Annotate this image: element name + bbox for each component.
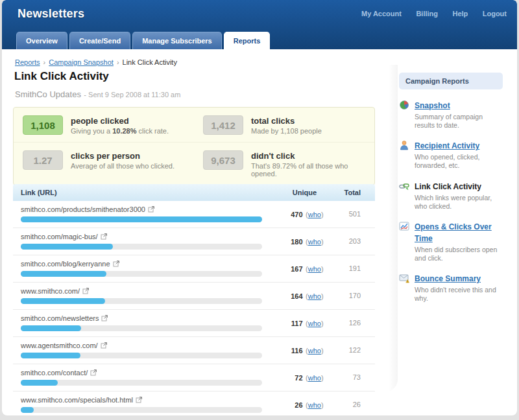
click-bar: [21, 271, 106, 277]
total-count: 501: [324, 210, 367, 218]
external-link-icon[interactable]: [101, 342, 108, 350]
who-link[interactable]: who: [308, 401, 321, 409]
total-count: 122: [324, 346, 367, 354]
person-icon: [399, 140, 409, 150]
who-link[interactable]: who: [308, 211, 321, 218]
nav-billing[interactable]: Billing: [416, 10, 438, 18]
link-url[interactable]: smithco.com/products/smithenator3000: [21, 205, 145, 213]
external-link-icon[interactable]: [101, 314, 108, 323]
click-bar-track: [21, 353, 262, 358]
stat-value-badge: 1,108: [23, 115, 63, 135]
stat-description: Giving you a 10.28% click rate.: [71, 127, 169, 135]
sidebar-item-description: Summary of campaign results to date.: [415, 113, 503, 130]
link-url[interactable]: smithco.com/contact/: [21, 369, 88, 377]
who-link[interactable]: who: [308, 292, 321, 300]
stat-value-badge: 1.27: [23, 150, 63, 170]
table-row: smithco.com/contact/ 72 (who) 73: [13, 364, 375, 391]
stat-label: clicks per person: [71, 150, 175, 161]
tab-create-send[interactable]: Create/Send: [69, 32, 130, 49]
main-tabs: Overview Create/Send Manage Subscribers …: [16, 32, 270, 49]
app-header: Newsletters My Account Billing Help Logo…: [2, 0, 517, 49]
link-url[interactable]: smithco.com/blog/kerryanne: [21, 260, 110, 268]
click-bar: [21, 298, 105, 304]
envelope-warning-icon: [399, 273, 409, 283]
sidebar-link-bounce-summary[interactable]: Bounce Summary: [415, 274, 481, 283]
nav-logout[interactable]: Logout: [483, 10, 507, 18]
breadcrumb-separator: ›: [117, 58, 119, 66]
sidebar-item-recipient-activity: Recipient Activity Who opened, clicked, …: [399, 139, 503, 170]
click-bar: [21, 407, 34, 413]
campaign-name: SmithCo Updates: [15, 89, 81, 99]
stat-label: didn't click: [251, 150, 365, 161]
link-icon: [399, 181, 409, 191]
breadcrumb-separator: ›: [43, 58, 46, 66]
external-link-icon[interactable]: [101, 233, 108, 241]
stat-description: Average of all those who clicked.: [71, 162, 175, 170]
total-count: 203: [324, 237, 367, 245]
sidebar-item-description: Which links were popular, who clicked.: [415, 194, 503, 211]
link-url[interactable]: smithco.com/magic-bus/: [21, 233, 98, 240]
who-link[interactable]: who: [308, 347, 321, 355]
link-url[interactable]: www.smithco.com/: [21, 287, 80, 295]
link-click-table: Link (URL) Unique Total smithco.com/prod…: [13, 184, 375, 415]
external-link-icon[interactable]: [90, 369, 97, 377]
link-url[interactable]: www.smithco.com/specials/hot.html: [21, 396, 133, 404]
sidebar-page-curl-shadow: [385, 65, 398, 392]
unique-count: 470: [291, 211, 302, 218]
column-header-total: Total: [317, 189, 367, 196]
nav-help[interactable]: Help: [452, 10, 468, 18]
total-count: 26: [324, 401, 367, 408]
breadcrumb-reports[interactable]: Reports: [15, 58, 40, 66]
sidebar-link-recipient-activity[interactable]: Recipient Activity: [415, 141, 479, 150]
nav-my-account[interactable]: My Account: [361, 10, 402, 18]
sidebar-item-description: When did subscribers open and click.: [415, 246, 503, 262]
app-title: Newsletters: [18, 7, 84, 21]
table-row: www.smithco.com/specials/hot.html 26 (wh…: [13, 391, 375, 415]
stats-summary-box: 1,108 people clicked Giving you a 10.28%…: [13, 107, 375, 185]
stat-value-badge: 9,673: [203, 150, 243, 170]
sidebar-link-link-click-activity: Link Click Activity: [415, 182, 481, 191]
breadcrumb-campaign-snapshot[interactable]: Campaign Snapshot: [49, 58, 114, 66]
who-wrap: (who): [306, 374, 324, 382]
who-wrap: (who): [306, 401, 324, 409]
click-bar: [21, 244, 113, 250]
unique-count: 117: [291, 320, 303, 327]
page-title: Link Click Activity: [14, 70, 109, 83]
table-row: www.smithco.com/ 164 (who) 170: [13, 283, 375, 310]
unique-count: 180: [291, 238, 302, 246]
external-link-icon[interactable]: [136, 396, 143, 404]
sidebar-item-link-click-activity: Link Click Activity Which links were pop…: [399, 180, 503, 211]
line-chart-icon: [399, 221, 409, 231]
who-link[interactable]: who: [308, 320, 321, 327]
external-link-icon[interactable]: [82, 287, 90, 296]
external-link-icon[interactable]: [148, 205, 155, 214]
click-bar-track: [21, 325, 262, 331]
click-bar-track: [21, 216, 262, 222]
external-link-icon[interactable]: [113, 260, 120, 268]
column-header-unique: Unique: [244, 189, 317, 196]
tab-overview[interactable]: Overview: [16, 32, 67, 49]
total-count: 126: [324, 319, 367, 327]
link-url[interactable]: smithco.com/newsletters: [21, 314, 99, 322]
breadcrumb-current: Link Click Activity: [123, 58, 177, 66]
table-row: smithco.com/blog/kerryanne 167 (who) 191: [13, 255, 375, 283]
sidebar-link-snapshot[interactable]: Snapshot: [415, 101, 450, 110]
tab-manage-subscribers[interactable]: Manage Subscribers: [132, 32, 222, 49]
click-bar-track: [21, 407, 262, 413]
table-row: smithco.com/products/smithenator3000 470…: [13, 201, 375, 228]
who-link[interactable]: who: [308, 238, 321, 246]
table-header-row: Link (URL) Unique Total: [13, 184, 375, 201]
total-count: 170: [324, 292, 367, 299]
link-url[interactable]: www.agentsmithco.com/: [21, 342, 98, 349]
sidebar-link-opens-clicks-over-time[interactable]: Opens & Clicks Over Time: [415, 222, 492, 243]
click-bar: [21, 380, 58, 386]
who-link[interactable]: who: [308, 374, 321, 382]
click-bar-track: [21, 298, 262, 304]
stat-didnt-click: 9,673 didn't click That's 89.72% of all …: [194, 142, 374, 185]
who-link[interactable]: who: [308, 265, 321, 273]
total-count: 73: [324, 373, 367, 381]
who-wrap: (who): [306, 211, 324, 218]
sidebar-title: Campaign Reports: [399, 73, 503, 89]
breadcrumb: Reports›Campaign Snapshot›Link Click Act…: [15, 58, 177, 66]
tab-reports[interactable]: Reports: [224, 32, 271, 49]
